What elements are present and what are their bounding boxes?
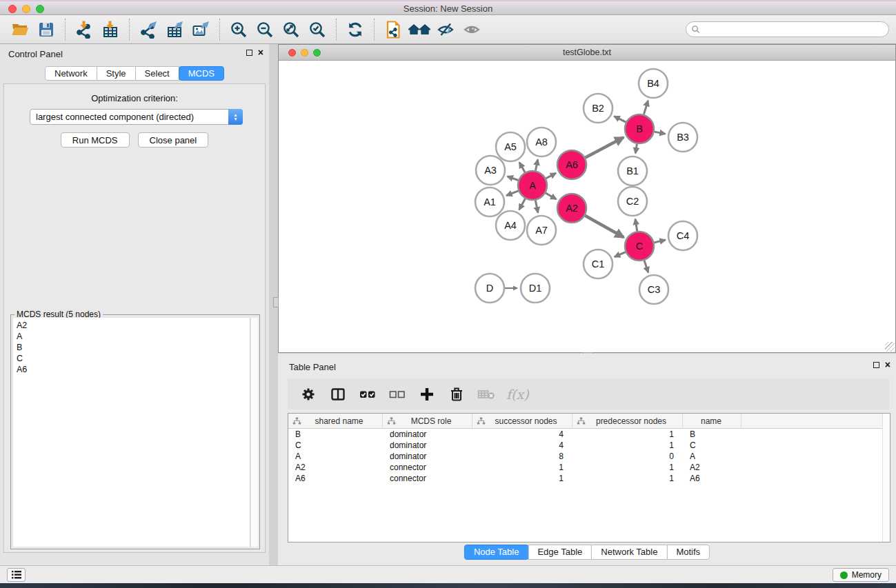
column-header-successor-nodes[interactable]: successor nodes (472, 414, 573, 428)
table-cell[interactable]: A6 (683, 473, 741, 484)
deselect-all-icon[interactable] (388, 384, 407, 405)
run-mcds-button[interactable]: Run MCDS (61, 132, 130, 148)
table-cell[interactable]: C (683, 440, 741, 451)
table-cell[interactable]: 1 (472, 462, 573, 473)
table-cell[interactable]: A2 (288, 462, 383, 473)
graph-node-C2[interactable]: C2 (618, 187, 647, 216)
table-scrollbar[interactable] (882, 414, 890, 542)
hide-panel-icon[interactable] (432, 19, 459, 41)
tab-network-table[interactable]: Network Table (591, 545, 667, 560)
table-cell[interactable]: connector (383, 462, 472, 473)
column-header-shared-name[interactable]: shared name (288, 414, 383, 428)
tab-node-table[interactable]: Node Table (464, 545, 529, 560)
graph-edge-A-A8[interactable] (535, 160, 537, 171)
tab-select[interactable]: Select (135, 66, 179, 81)
import-network-icon[interactable] (71, 19, 97, 41)
graph-edge-B-B3[interactable] (655, 132, 666, 134)
graph-edge-C-C3[interactable] (644, 261, 648, 272)
graph-edge-B-B2[interactable] (614, 116, 626, 123)
zoom-fit-icon[interactable] (278, 19, 304, 41)
table-cell[interactable]: A (288, 451, 383, 462)
tab-mcds[interactable]: MCDS (179, 66, 224, 81)
export-network-icon[interactable] (135, 19, 161, 41)
table-row[interactable]: Bdominator41B (288, 429, 890, 440)
new-network-icon[interactable] (380, 19, 406, 41)
resize-grip[interactable] (885, 342, 895, 352)
graph-edge-A-A6[interactable] (546, 173, 557, 179)
graph-node-A7[interactable]: A7 (527, 216, 556, 245)
table-cell[interactable]: connector (383, 473, 472, 484)
graph-node-A3[interactable]: A3 (476, 156, 505, 185)
graph-edge-A-A4[interactable] (519, 199, 526, 210)
graph-node-C3[interactable]: C3 (639, 275, 668, 304)
close-panel-icon[interactable]: × (258, 48, 263, 57)
tab-motifs[interactable]: Motifs (666, 545, 710, 560)
graph-node-B3[interactable]: B3 (668, 123, 697, 152)
graph-node-A1[interactable]: A1 (475, 187, 504, 216)
table-cell[interactable]: 1 (573, 429, 683, 440)
add-column-icon[interactable] (417, 384, 437, 405)
delete-column-icon[interactable] (447, 384, 466, 405)
table-cell[interactable]: 8 (472, 451, 573, 462)
graph-node-A[interactable]: A (518, 171, 547, 200)
graph-edge-A-A7[interactable] (535, 201, 538, 213)
save-session-icon[interactable] (33, 19, 59, 41)
open-session-icon[interactable] (7, 19, 33, 41)
export-image-icon[interactable] (188, 19, 214, 41)
table-cell[interactable]: A (683, 451, 741, 462)
table-cell[interactable]: 1 (573, 440, 683, 451)
import-table-icon[interactable] (97, 19, 123, 41)
column-header-MCDS-role[interactable]: MCDS role (383, 414, 472, 428)
result-scrollbar[interactable] (251, 318, 258, 547)
graph-node-B4[interactable]: B4 (639, 69, 668, 98)
graph-edge-A6-B[interactable] (585, 137, 624, 158)
table-float-panel-icon[interactable] (873, 362, 879, 368)
zoom-in-icon[interactable] (226, 19, 252, 41)
graph-edge-B-B4[interactable] (644, 101, 648, 114)
table-row[interactable]: Cdominator41C (288, 440, 890, 451)
settings-icon[interactable] (299, 384, 318, 405)
tab-network[interactable]: Network (45, 66, 97, 81)
search-input[interactable] (700, 25, 884, 34)
tab-edge-table[interactable]: Edge Table (528, 545, 592, 560)
table-cell[interactable]: B (288, 429, 383, 440)
memory-button[interactable]: Memory (833, 568, 889, 582)
graph-node-A4[interactable]: A4 (496, 211, 525, 240)
result-item[interactable]: A (17, 331, 250, 342)
result-item[interactable]: A2 (17, 320, 250, 331)
graph-node-A2[interactable]: A2 (557, 194, 586, 223)
result-item[interactable]: C (17, 353, 250, 364)
graph-edge-A-A3[interactable] (508, 176, 519, 181)
table-cell[interactable]: 1 (573, 462, 683, 473)
graph-node-D1[interactable]: D1 (521, 274, 550, 303)
export-table-icon[interactable] (161, 19, 188, 41)
graph-edge-A-A2[interactable] (546, 193, 557, 199)
table-cell[interactable]: C (288, 440, 383, 451)
zoom-out-icon[interactable] (252, 19, 278, 41)
table-cell[interactable]: 1 (472, 473, 573, 484)
graph-edge-C-C2[interactable] (635, 219, 637, 232)
graph-node-C1[interactable]: C1 (584, 250, 613, 278)
home-icon[interactable] (406, 19, 432, 41)
float-panel-icon[interactable] (246, 50, 252, 56)
tab-style[interactable]: Style (97, 66, 136, 81)
task-history-button[interactable] (7, 568, 26, 582)
close-panel-button[interactable]: Close panel (138, 132, 209, 148)
graph-node-A5[interactable]: A5 (496, 132, 525, 161)
table-cell[interactable]: dominator (383, 451, 472, 462)
table-cell[interactable]: dominator (383, 429, 472, 440)
table-close-panel-icon[interactable]: × (885, 361, 890, 369)
graph-node-B1[interactable]: B1 (618, 156, 647, 185)
graph-edge-A2-C[interactable] (585, 216, 624, 238)
graph-edge-C-C4[interactable] (654, 240, 665, 243)
graph-node-D[interactable]: D (475, 274, 504, 303)
graph-edge-A-A1[interactable] (506, 191, 518, 196)
graph-node-A8[interactable]: A8 (527, 128, 556, 156)
vertical-splitter-handle[interactable] (273, 297, 279, 307)
column-header-predecessor-nodes[interactable]: predecessor nodes (573, 414, 683, 428)
search-field[interactable] (686, 21, 889, 37)
result-item[interactable]: A6 (17, 364, 250, 375)
table-cell[interactable]: B (683, 429, 741, 440)
graph-edge-A-A5[interactable] (519, 163, 525, 172)
table-cell[interactable]: 4 (472, 440, 573, 451)
